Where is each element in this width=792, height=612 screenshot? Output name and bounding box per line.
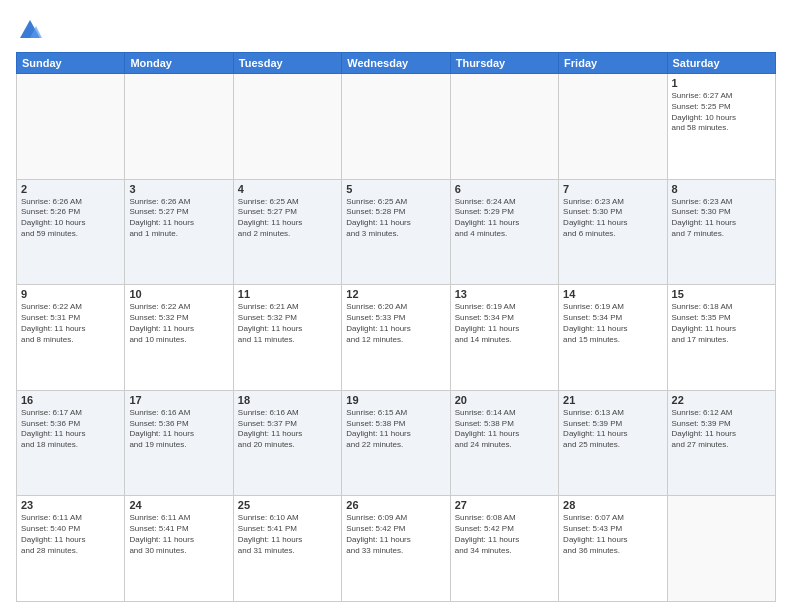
day-cell: [667, 496, 775, 602]
day-info: Sunrise: 6:19 AM Sunset: 5:34 PM Dayligh…: [455, 302, 554, 345]
day-number: 27: [455, 499, 554, 511]
day-number: 26: [346, 499, 445, 511]
day-number: 4: [238, 183, 337, 195]
day-number: 21: [563, 394, 662, 406]
week-row-0: 1Sunrise: 6:27 AM Sunset: 5:25 PM Daylig…: [17, 74, 776, 180]
day-cell: 22Sunrise: 6:12 AM Sunset: 5:39 PM Dayli…: [667, 390, 775, 496]
day-cell: 2Sunrise: 6:26 AM Sunset: 5:26 PM Daylig…: [17, 179, 125, 285]
day-info: Sunrise: 6:07 AM Sunset: 5:43 PM Dayligh…: [563, 513, 662, 556]
day-cell: 3Sunrise: 6:26 AM Sunset: 5:27 PM Daylig…: [125, 179, 233, 285]
day-cell: 27Sunrise: 6:08 AM Sunset: 5:42 PM Dayli…: [450, 496, 558, 602]
day-info: Sunrise: 6:22 AM Sunset: 5:32 PM Dayligh…: [129, 302, 228, 345]
day-info: Sunrise: 6:24 AM Sunset: 5:29 PM Dayligh…: [455, 197, 554, 240]
day-cell: 10Sunrise: 6:22 AM Sunset: 5:32 PM Dayli…: [125, 285, 233, 391]
day-info: Sunrise: 6:10 AM Sunset: 5:41 PM Dayligh…: [238, 513, 337, 556]
day-info: Sunrise: 6:12 AM Sunset: 5:39 PM Dayligh…: [672, 408, 771, 451]
day-info: Sunrise: 6:15 AM Sunset: 5:38 PM Dayligh…: [346, 408, 445, 451]
day-cell: 23Sunrise: 6:11 AM Sunset: 5:40 PM Dayli…: [17, 496, 125, 602]
day-cell: [559, 74, 667, 180]
day-number: 18: [238, 394, 337, 406]
day-cell: 4Sunrise: 6:25 AM Sunset: 5:27 PM Daylig…: [233, 179, 341, 285]
day-info: Sunrise: 6:20 AM Sunset: 5:33 PM Dayligh…: [346, 302, 445, 345]
day-number: 22: [672, 394, 771, 406]
calendar-table: SundayMondayTuesdayWednesdayThursdayFrid…: [16, 52, 776, 602]
day-number: 10: [129, 288, 228, 300]
day-info: Sunrise: 6:11 AM Sunset: 5:40 PM Dayligh…: [21, 513, 120, 556]
day-cell: 19Sunrise: 6:15 AM Sunset: 5:38 PM Dayli…: [342, 390, 450, 496]
day-number: 14: [563, 288, 662, 300]
day-number: 23: [21, 499, 120, 511]
day-cell: 26Sunrise: 6:09 AM Sunset: 5:42 PM Dayli…: [342, 496, 450, 602]
header: [16, 16, 776, 44]
day-info: Sunrise: 6:18 AM Sunset: 5:35 PM Dayligh…: [672, 302, 771, 345]
day-cell: 18Sunrise: 6:16 AM Sunset: 5:37 PM Dayli…: [233, 390, 341, 496]
weekday-saturday: Saturday: [667, 53, 775, 74]
day-number: 1: [672, 77, 771, 89]
weekday-sunday: Sunday: [17, 53, 125, 74]
day-cell: 1Sunrise: 6:27 AM Sunset: 5:25 PM Daylig…: [667, 74, 775, 180]
day-info: Sunrise: 6:09 AM Sunset: 5:42 PM Dayligh…: [346, 513, 445, 556]
day-cell: [342, 74, 450, 180]
day-cell: 20Sunrise: 6:14 AM Sunset: 5:38 PM Dayli…: [450, 390, 558, 496]
day-number: 9: [21, 288, 120, 300]
day-info: Sunrise: 6:25 AM Sunset: 5:28 PM Dayligh…: [346, 197, 445, 240]
day-number: 6: [455, 183, 554, 195]
logo: [16, 16, 48, 44]
page: SundayMondayTuesdayWednesdayThursdayFrid…: [0, 0, 792, 612]
day-cell: 12Sunrise: 6:20 AM Sunset: 5:33 PM Dayli…: [342, 285, 450, 391]
day-info: Sunrise: 6:16 AM Sunset: 5:37 PM Dayligh…: [238, 408, 337, 451]
day-cell: 15Sunrise: 6:18 AM Sunset: 5:35 PM Dayli…: [667, 285, 775, 391]
day-cell: 25Sunrise: 6:10 AM Sunset: 5:41 PM Dayli…: [233, 496, 341, 602]
day-number: 17: [129, 394, 228, 406]
day-cell: [233, 74, 341, 180]
day-number: 16: [21, 394, 120, 406]
day-cell: 21Sunrise: 6:13 AM Sunset: 5:39 PM Dayli…: [559, 390, 667, 496]
day-number: 20: [455, 394, 554, 406]
day-cell: 13Sunrise: 6:19 AM Sunset: 5:34 PM Dayli…: [450, 285, 558, 391]
day-cell: 17Sunrise: 6:16 AM Sunset: 5:36 PM Dayli…: [125, 390, 233, 496]
day-info: Sunrise: 6:16 AM Sunset: 5:36 PM Dayligh…: [129, 408, 228, 451]
day-info: Sunrise: 6:23 AM Sunset: 5:30 PM Dayligh…: [672, 197, 771, 240]
day-info: Sunrise: 6:27 AM Sunset: 5:25 PM Dayligh…: [672, 91, 771, 134]
day-number: 11: [238, 288, 337, 300]
day-number: 7: [563, 183, 662, 195]
day-number: 8: [672, 183, 771, 195]
week-row-3: 16Sunrise: 6:17 AM Sunset: 5:36 PM Dayli…: [17, 390, 776, 496]
day-number: 15: [672, 288, 771, 300]
day-number: 13: [455, 288, 554, 300]
day-cell: [450, 74, 558, 180]
day-number: 3: [129, 183, 228, 195]
day-info: Sunrise: 6:17 AM Sunset: 5:36 PM Dayligh…: [21, 408, 120, 451]
week-row-4: 23Sunrise: 6:11 AM Sunset: 5:40 PM Dayli…: [17, 496, 776, 602]
day-info: Sunrise: 6:21 AM Sunset: 5:32 PM Dayligh…: [238, 302, 337, 345]
day-info: Sunrise: 6:26 AM Sunset: 5:26 PM Dayligh…: [21, 197, 120, 240]
week-row-1: 2Sunrise: 6:26 AM Sunset: 5:26 PM Daylig…: [17, 179, 776, 285]
day-cell: 28Sunrise: 6:07 AM Sunset: 5:43 PM Dayli…: [559, 496, 667, 602]
day-cell: 7Sunrise: 6:23 AM Sunset: 5:30 PM Daylig…: [559, 179, 667, 285]
logo-icon: [16, 16, 44, 44]
day-info: Sunrise: 6:11 AM Sunset: 5:41 PM Dayligh…: [129, 513, 228, 556]
day-cell: 8Sunrise: 6:23 AM Sunset: 5:30 PM Daylig…: [667, 179, 775, 285]
day-cell: 11Sunrise: 6:21 AM Sunset: 5:32 PM Dayli…: [233, 285, 341, 391]
weekday-monday: Monday: [125, 53, 233, 74]
day-cell: [125, 74, 233, 180]
day-info: Sunrise: 6:23 AM Sunset: 5:30 PM Dayligh…: [563, 197, 662, 240]
day-info: Sunrise: 6:25 AM Sunset: 5:27 PM Dayligh…: [238, 197, 337, 240]
day-number: 12: [346, 288, 445, 300]
day-info: Sunrise: 6:08 AM Sunset: 5:42 PM Dayligh…: [455, 513, 554, 556]
day-number: 24: [129, 499, 228, 511]
day-cell: 16Sunrise: 6:17 AM Sunset: 5:36 PM Dayli…: [17, 390, 125, 496]
day-info: Sunrise: 6:14 AM Sunset: 5:38 PM Dayligh…: [455, 408, 554, 451]
day-number: 28: [563, 499, 662, 511]
day-info: Sunrise: 6:13 AM Sunset: 5:39 PM Dayligh…: [563, 408, 662, 451]
day-cell: 5Sunrise: 6:25 AM Sunset: 5:28 PM Daylig…: [342, 179, 450, 285]
day-info: Sunrise: 6:22 AM Sunset: 5:31 PM Dayligh…: [21, 302, 120, 345]
day-cell: 24Sunrise: 6:11 AM Sunset: 5:41 PM Dayli…: [125, 496, 233, 602]
day-number: 25: [238, 499, 337, 511]
weekday-friday: Friday: [559, 53, 667, 74]
day-cell: 9Sunrise: 6:22 AM Sunset: 5:31 PM Daylig…: [17, 285, 125, 391]
day-cell: 14Sunrise: 6:19 AM Sunset: 5:34 PM Dayli…: [559, 285, 667, 391]
weekday-tuesday: Tuesday: [233, 53, 341, 74]
week-row-2: 9Sunrise: 6:22 AM Sunset: 5:31 PM Daylig…: [17, 285, 776, 391]
day-number: 19: [346, 394, 445, 406]
